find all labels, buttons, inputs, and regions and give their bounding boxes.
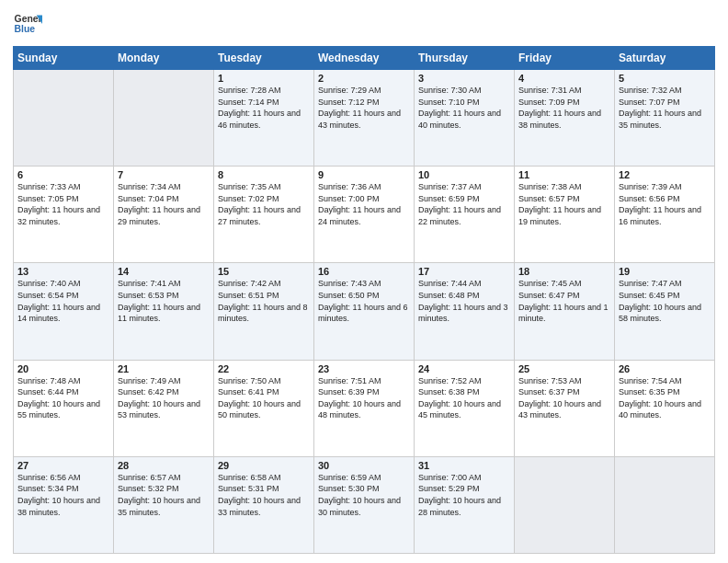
day-info: Sunrise: 7:43 AM Sunset: 6:50 PM Dayligh…	[318, 278, 410, 324]
calendar-week-row: 13Sunrise: 7:40 AM Sunset: 6:54 PM Dayli…	[14, 263, 715, 360]
day-info: Sunrise: 7:54 AM Sunset: 6:35 PM Dayligh…	[619, 375, 711, 421]
calendar-cell	[515, 456, 615, 553]
weekday-header-friday: Friday	[515, 47, 615, 70]
calendar-cell: 11Sunrise: 7:38 AM Sunset: 6:57 PM Dayli…	[515, 167, 615, 263]
day-info: Sunrise: 7:32 AM Sunset: 7:07 PM Dayligh…	[619, 85, 711, 131]
calendar-cell: 19Sunrise: 7:47 AM Sunset: 6:45 PM Dayli…	[615, 263, 715, 360]
calendar-week-row: 27Sunrise: 6:56 AM Sunset: 5:34 PM Dayli…	[14, 456, 715, 553]
day-number: 6	[17, 169, 109, 180]
day-number: 18	[518, 266, 610, 277]
day-number: 2	[318, 73, 410, 84]
day-number: 29	[218, 460, 310, 471]
day-number: 13	[17, 266, 109, 277]
day-info: Sunrise: 6:58 AM Sunset: 5:31 PM Dayligh…	[218, 472, 310, 518]
calendar-cell: 23Sunrise: 7:51 AM Sunset: 6:39 PM Dayli…	[314, 360, 415, 456]
day-info: Sunrise: 7:38 AM Sunset: 6:57 PM Dayligh…	[518, 181, 610, 227]
weekday-header-monday: Monday	[114, 47, 214, 70]
calendar-cell: 30Sunrise: 6:59 AM Sunset: 5:30 PM Dayli…	[314, 456, 415, 553]
calendar-cell: 27Sunrise: 6:56 AM Sunset: 5:34 PM Dayli…	[14, 456, 114, 553]
day-number: 7	[118, 169, 210, 180]
calendar-cell: 15Sunrise: 7:42 AM Sunset: 6:51 PM Dayli…	[214, 263, 314, 360]
calendar-cell: 8Sunrise: 7:35 AM Sunset: 7:02 PM Daylig…	[214, 167, 314, 263]
calendar-cell: 25Sunrise: 7:53 AM Sunset: 6:37 PM Dayli…	[515, 360, 615, 456]
day-info: Sunrise: 7:41 AM Sunset: 6:53 PM Dayligh…	[118, 278, 210, 324]
weekday-header-tuesday: Tuesday	[214, 47, 314, 70]
day-info: Sunrise: 7:37 AM Sunset: 6:59 PM Dayligh…	[418, 181, 510, 227]
calendar-cell: 20Sunrise: 7:48 AM Sunset: 6:44 PM Dayli…	[14, 360, 114, 456]
day-number: 10	[418, 169, 510, 180]
weekday-header-row: SundayMondayTuesdayWednesdayThursdayFrid…	[14, 47, 715, 70]
calendar-cell: 1Sunrise: 7:28 AM Sunset: 7:14 PM Daylig…	[214, 70, 314, 167]
weekday-header-wednesday: Wednesday	[314, 47, 415, 70]
day-number: 3	[418, 73, 510, 84]
calendar-cell	[114, 70, 214, 167]
day-info: Sunrise: 7:30 AM Sunset: 7:10 PM Dayligh…	[418, 85, 510, 131]
calendar-cell: 12Sunrise: 7:39 AM Sunset: 6:56 PM Dayli…	[615, 167, 715, 263]
calendar-week-row: 20Sunrise: 7:48 AM Sunset: 6:44 PM Dayli…	[14, 360, 715, 456]
calendar-cell: 7Sunrise: 7:34 AM Sunset: 7:04 PM Daylig…	[114, 167, 214, 263]
day-info: Sunrise: 7:35 AM Sunset: 7:02 PM Dayligh…	[218, 181, 310, 227]
weekday-header-sunday: Sunday	[14, 47, 114, 70]
calendar-cell: 22Sunrise: 7:50 AM Sunset: 6:41 PM Dayli…	[214, 360, 314, 456]
day-info: Sunrise: 7:00 AM Sunset: 5:29 PM Dayligh…	[418, 472, 510, 518]
day-info: Sunrise: 7:44 AM Sunset: 6:48 PM Dayligh…	[418, 278, 510, 324]
day-info: Sunrise: 7:52 AM Sunset: 6:38 PM Dayligh…	[418, 375, 510, 421]
calendar-cell: 2Sunrise: 7:29 AM Sunset: 7:12 PM Daylig…	[314, 70, 415, 167]
day-number: 22	[218, 363, 310, 374]
day-number: 26	[619, 363, 711, 374]
day-info: Sunrise: 7:53 AM Sunset: 6:37 PM Dayligh…	[518, 375, 610, 421]
calendar-cell: 6Sunrise: 7:33 AM Sunset: 7:05 PM Daylig…	[14, 167, 114, 263]
calendar-cell: 5Sunrise: 7:32 AM Sunset: 7:07 PM Daylig…	[615, 70, 715, 167]
day-number: 24	[418, 363, 510, 374]
calendar-week-row: 6Sunrise: 7:33 AM Sunset: 7:05 PM Daylig…	[14, 167, 715, 263]
logo: General Blue	[13, 9, 46, 39]
day-info: Sunrise: 7:36 AM Sunset: 7:00 PM Dayligh…	[318, 181, 410, 227]
calendar-cell: 4Sunrise: 7:31 AM Sunset: 7:09 PM Daylig…	[515, 70, 615, 167]
calendar-cell: 10Sunrise: 7:37 AM Sunset: 6:59 PM Dayli…	[415, 167, 515, 263]
day-info: Sunrise: 7:51 AM Sunset: 6:39 PM Dayligh…	[318, 375, 410, 421]
day-number: 5	[619, 73, 711, 84]
weekday-header-saturday: Saturday	[615, 47, 715, 70]
calendar-week-row: 1Sunrise: 7:28 AM Sunset: 7:14 PM Daylig…	[14, 70, 715, 167]
day-info: Sunrise: 6:56 AM Sunset: 5:34 PM Dayligh…	[17, 472, 109, 518]
day-number: 31	[418, 460, 510, 471]
calendar-cell	[14, 70, 114, 167]
calendar-table: SundayMondayTuesdayWednesdayThursdayFrid…	[13, 46, 715, 554]
day-number: 12	[619, 169, 711, 180]
day-number: 30	[318, 460, 410, 471]
calendar-cell: 21Sunrise: 7:49 AM Sunset: 6:42 PM Dayli…	[114, 360, 214, 456]
weekday-header-thursday: Thursday	[415, 47, 515, 70]
day-info: Sunrise: 7:28 AM Sunset: 7:14 PM Dayligh…	[218, 85, 310, 131]
day-info: Sunrise: 6:59 AM Sunset: 5:30 PM Dayligh…	[318, 472, 410, 518]
day-number: 11	[518, 169, 610, 180]
day-number: 28	[118, 460, 210, 471]
day-info: Sunrise: 6:57 AM Sunset: 5:32 PM Dayligh…	[118, 472, 210, 518]
day-info: Sunrise: 7:50 AM Sunset: 6:41 PM Dayligh…	[218, 375, 310, 421]
day-info: Sunrise: 7:34 AM Sunset: 7:04 PM Dayligh…	[118, 181, 210, 227]
day-number: 25	[518, 363, 610, 374]
calendar-cell: 9Sunrise: 7:36 AM Sunset: 7:00 PM Daylig…	[314, 167, 415, 263]
day-number: 23	[318, 363, 410, 374]
calendar-cell: 29Sunrise: 6:58 AM Sunset: 5:31 PM Dayli…	[214, 456, 314, 553]
day-info: Sunrise: 7:40 AM Sunset: 6:54 PM Dayligh…	[17, 278, 109, 324]
day-number: 1	[218, 73, 310, 84]
calendar-cell: 28Sunrise: 6:57 AM Sunset: 5:32 PM Dayli…	[114, 456, 214, 553]
svg-text:Blue: Blue	[15, 24, 36, 34]
day-info: Sunrise: 7:49 AM Sunset: 6:42 PM Dayligh…	[118, 375, 210, 421]
day-number: 14	[118, 266, 210, 277]
day-number: 19	[619, 266, 711, 277]
day-number: 15	[218, 266, 310, 277]
calendar-cell: 24Sunrise: 7:52 AM Sunset: 6:38 PM Dayli…	[415, 360, 515, 456]
day-number: 8	[218, 169, 310, 180]
day-info: Sunrise: 7:45 AM Sunset: 6:47 PM Dayligh…	[518, 278, 610, 324]
day-number: 21	[118, 363, 210, 374]
day-info: Sunrise: 7:33 AM Sunset: 7:05 PM Dayligh…	[17, 181, 109, 227]
calendar-cell: 14Sunrise: 7:41 AM Sunset: 6:53 PM Dayli…	[114, 263, 214, 360]
day-number: 20	[17, 363, 109, 374]
day-info: Sunrise: 7:47 AM Sunset: 6:45 PM Dayligh…	[619, 278, 711, 324]
day-number: 27	[17, 460, 109, 471]
day-number: 16	[318, 266, 410, 277]
calendar-cell	[615, 456, 715, 553]
calendar-cell: 17Sunrise: 7:44 AM Sunset: 6:48 PM Dayli…	[415, 263, 515, 360]
day-number: 9	[318, 169, 410, 180]
